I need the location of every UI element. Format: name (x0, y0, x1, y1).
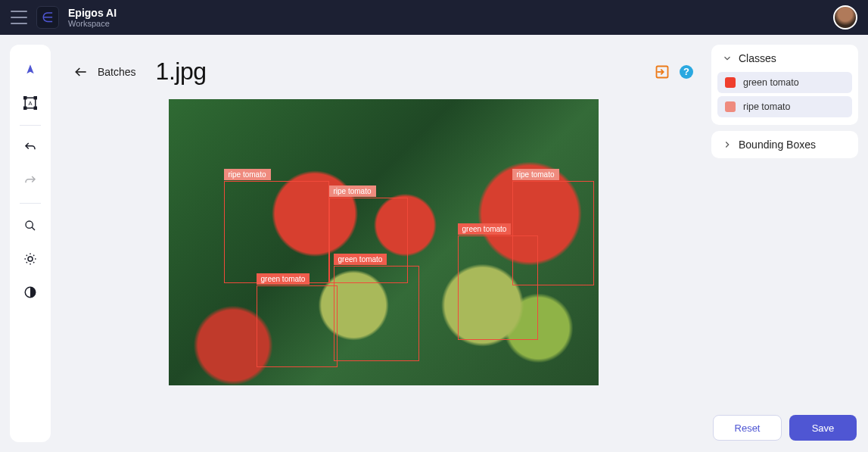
chevron-down-icon (722, 53, 733, 64)
chevron-right-icon (722, 139, 733, 150)
save-button[interactable]: Save (789, 415, 857, 441)
classes-panel: Classes green tomatoripe tomato (711, 45, 858, 125)
svg-point-6 (26, 221, 33, 228)
annotation-label: ripe tomato (329, 185, 376, 197)
help-button[interactable]: ? (680, 65, 693, 79)
annotation-box[interactable]: green tomato (334, 266, 419, 361)
svg-rect-4 (34, 107, 36, 109)
annotation-label: green tomato (257, 273, 310, 285)
page-title: 1.jpg (156, 58, 207, 86)
svg-line-7 (32, 227, 35, 230)
help-icon: ? (683, 66, 689, 77)
class-swatch (725, 77, 736, 88)
redo-tool[interactable] (17, 168, 43, 194)
svg-line-15 (26, 262, 27, 263)
image-canvas[interactable]: ripe tomatoripe tomatogreen tomatogreen … (169, 99, 599, 385)
search-icon (24, 220, 36, 232)
brand: Epigos AI Workspace (68, 7, 117, 28)
action-row: Reset Save (711, 415, 858, 442)
svg-rect-2 (34, 97, 36, 99)
back-button[interactable] (73, 64, 89, 79)
contrast-tool[interactable] (17, 279, 43, 305)
class-label: ripe tomato (743, 101, 791, 112)
bboxes-panel: Bounding Boxes (711, 131, 858, 158)
app-title: Epigos AI (68, 7, 117, 19)
class-label: green tomato (743, 77, 799, 88)
avatar[interactable] (833, 5, 857, 30)
annotation-label: green tomato (458, 223, 512, 235)
cursor-icon (24, 64, 36, 76)
bounding-box-icon: A (23, 96, 37, 110)
undo-icon (23, 141, 37, 154)
redo-icon (23, 174, 37, 188)
annotation-label: green tomato (334, 254, 387, 265)
brightness-icon (23, 252, 37, 266)
svg-line-13 (26, 255, 27, 256)
annotation-box[interactable]: ripe tomato (512, 181, 594, 285)
stage: Batches 1.jpg ? ripe tomatoripe tomatogr… (51, 35, 711, 452)
zoom-tool[interactable] (17, 213, 43, 238)
svg-text:A: A (28, 100, 32, 107)
tool-rail: A (10, 45, 51, 442)
annotation-box[interactable]: ripe tomato (224, 181, 329, 283)
app-logo[interactable]: ∈ (36, 6, 59, 29)
bbox-tool[interactable]: A (17, 90, 43, 116)
svg-point-8 (28, 257, 33, 261)
annotation-box[interactable]: green tomato (257, 285, 338, 367)
arrow-left-icon (73, 64, 89, 79)
reset-button[interactable]: Reset (713, 415, 782, 441)
undo-tool[interactable] (17, 135, 43, 161)
workspace-label: Workspace (68, 19, 117, 28)
class-list: green tomatoripe tomato (711, 72, 858, 125)
cursor-tool[interactable] (17, 57, 43, 83)
svg-line-14 (33, 262, 34, 263)
contrast-icon (23, 285, 37, 299)
topbar: ∈ Epigos AI Workspace (0, 0, 868, 35)
menu-icon[interactable] (11, 11, 27, 24)
svg-line-16 (33, 255, 34, 256)
bboxes-panel-header[interactable]: Bounding Boxes (711, 131, 858, 158)
annotation-label: ripe tomato (512, 169, 559, 180)
class-row[interactable]: ripe tomato (717, 96, 852, 117)
class-row[interactable]: green tomato (717, 72, 852, 93)
annotation-label: ripe tomato (224, 169, 271, 180)
import-icon (655, 64, 670, 79)
breadcrumb[interactable]: Batches (98, 66, 136, 78)
bboxes-title: Bounding Boxes (739, 139, 816, 151)
import-button[interactable] (654, 64, 670, 80)
class-swatch (725, 101, 736, 112)
right-panel: Classes green tomatoripe tomato Bounding… (711, 45, 858, 442)
brightness-tool[interactable] (17, 246, 43, 272)
svg-rect-1 (24, 97, 26, 99)
svg-rect-3 (24, 107, 26, 109)
classes-panel-header[interactable]: Classes (711, 45, 858, 72)
classes-title: Classes (739, 52, 776, 64)
stage-header: Batches 1.jpg ? (73, 58, 693, 86)
